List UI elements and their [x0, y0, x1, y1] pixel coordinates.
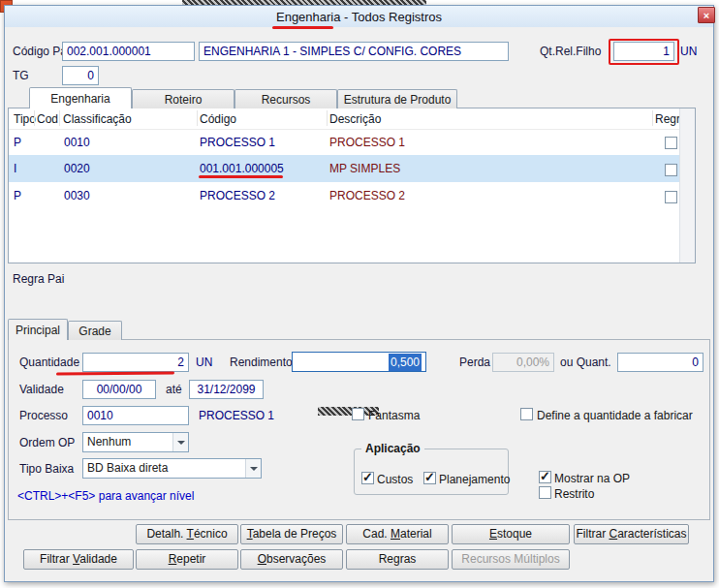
detalh-tecnico-button[interactable]: Detalh. Técnico — [136, 524, 238, 544]
annotation-title-underline — [272, 26, 333, 29]
ou-quant-label: ou Quant. — [560, 356, 611, 369]
custos-checkbox[interactable] — [361, 472, 374, 484]
codigo-pai-label: Código Pai — [13, 45, 70, 58]
tab-recursos[interactable]: Recursos — [234, 89, 337, 108]
grid-header-separator — [59, 110, 60, 126]
grid-header-descricao[interactable]: Descrição — [329, 112, 381, 126]
button-text: Filtrar — [40, 552, 73, 566]
tab-principal[interactable]: Principal — [8, 319, 68, 340]
regra-pai-label: Regra Pai — [13, 272, 64, 286]
processo-field[interactable]: 0010 — [82, 406, 189, 425]
fantasma-label: Fantasma — [368, 409, 420, 422]
grid-row3-classificacao[interactable]: 0030 — [64, 189, 90, 202]
quantidade-label: Quantidade — [19, 356, 79, 369]
grid-row2-classificacao[interactable]: 0020 — [64, 162, 90, 175]
grid-header-separator — [197, 110, 198, 126]
regras-button[interactable]: Regras — [346, 549, 449, 570]
ate-field[interactable]: 31/12/2099 — [189, 380, 264, 399]
grid-header-codigo[interactable]: Código — [200, 112, 236, 126]
button-mnemonic: C — [609, 527, 617, 541]
button-text: Re — [379, 552, 393, 566]
tipo-baixa-select[interactable]: BD Baixa direta — [82, 458, 262, 479]
ou-quant-field[interactable]: 0 — [617, 353, 703, 372]
grid-row3-codigo[interactable]: PROCESSO 2 — [200, 189, 275, 202]
grid-row1-classificacao[interactable]: 0010 — [64, 136, 90, 149]
tab-estrutura-de-produto[interactable]: Estrutura de Produto — [337, 89, 457, 108]
grid-header-separator — [327, 110, 328, 126]
tab-engenharia[interactable]: Engenharia — [29, 87, 132, 108]
button-text: écnico — [194, 527, 228, 541]
mostrar-na-op-label: Mostrar na OP — [554, 472, 630, 485]
annotation-codigo-underline — [199, 175, 283, 178]
processo-desc-label: PROCESSO 1 — [199, 409, 274, 422]
mostrar-na-op-checkbox[interactable] — [539, 471, 551, 483]
planejamento-checkbox[interactable] — [423, 472, 436, 484]
button-text: Cad. — [362, 527, 391, 541]
quantidade-unit-label: UN — [196, 356, 212, 369]
perda-field: 0,00% — [492, 353, 554, 372]
perda-label: Perda — [459, 356, 490, 369]
grid-header-separator — [652, 110, 653, 126]
button-text: ras — [400, 552, 417, 566]
button-text: aracterísticas — [617, 527, 686, 541]
grid-row2-regra-checkbox[interactable] — [665, 164, 677, 176]
codigo-pai-desc-field[interactable]: ENGENHARIA 1 - SIMPLES C/ CONFIG. CORES — [199, 42, 509, 61]
tab-roteiro[interactable]: Roteiro — [132, 89, 234, 108]
button-mnemonic: R — [169, 552, 177, 566]
cad-material-button[interactable]: Cad. Material — [346, 524, 449, 544]
button-mnemonic: T — [187, 527, 194, 541]
grid-header-tipo[interactable]: Tipo — [14, 112, 36, 126]
observacoes-button[interactable]: Observações — [240, 549, 343, 570]
restrito-checkbox[interactable] — [539, 486, 551, 499]
tab-grade[interactable]: Grade — [68, 321, 122, 340]
grid-row2-codigo[interactable]: 001.001.000005 — [200, 162, 284, 175]
validade-label: Validade — [19, 383, 64, 396]
ordem-op-value: Nenhum — [83, 433, 172, 451]
grid-row1-descricao[interactable]: PROCESSO 1 — [329, 136, 405, 149]
define-quantidade-checkbox[interactable] — [520, 408, 533, 420]
tg-label: TG — [13, 69, 29, 82]
grid-row3-descricao[interactable]: PROCESSO 2 — [329, 189, 405, 202]
filtrar-caracteristicas-button[interactable]: Filtrar Características — [574, 524, 689, 544]
grid-row2-descricao[interactable]: MP SIMPLES — [329, 162, 400, 175]
grid-row1-tipo[interactable]: P — [14, 136, 21, 149]
codigo-pai-field[interactable]: 002.001.000001 — [62, 42, 195, 61]
chevron-down-icon[interactable] — [245, 459, 261, 478]
button-mnemonic: g — [393, 552, 400, 566]
validade-field[interactable]: 00/00/00 — [82, 380, 156, 399]
avancar-nivel-hint[interactable]: <CTRL>+<F5> para avançar nível — [17, 489, 194, 503]
grid-header-separator — [34, 110, 35, 126]
tipo-baixa-label: Tipo Baixa — [19, 462, 74, 476]
rendimento-field[interactable]: 0,500 — [292, 352, 426, 372]
grid-row3-tipo[interactable]: P — [14, 189, 21, 202]
estoque-button[interactable]: Estoque — [452, 524, 570, 544]
button-text: Detalh. — [146, 527, 186, 541]
grid-header-cod[interactable]: Cod — [37, 112, 58, 126]
button-text: abela de Preços — [253, 527, 337, 541]
grid-vertical-scrollbar[interactable] — [679, 108, 695, 263]
close-button[interactable]: × — [698, 7, 715, 23]
qt-rel-filho-unit-label: UN — [680, 45, 697, 58]
ate-label: até — [166, 383, 182, 396]
tg-field[interactable]: 0 — [62, 66, 99, 85]
quantidade-field[interactable]: 2 — [82, 353, 189, 372]
grid-row1-regra-checkbox[interactable] — [665, 137, 677, 149]
tabela-de-precos-button[interactable]: Tabela de Preços — [240, 524, 343, 544]
grid-row3-regra-checkbox[interactable] — [665, 191, 677, 203]
filtrar-validade-button[interactable]: Filtrar Validade — [23, 549, 134, 570]
define-quantidade-label: Define a quantidade a fabricar — [537, 409, 693, 422]
button-mnemonic: E — [489, 527, 497, 541]
rendimento-value: 0,500 — [389, 354, 422, 371]
repetir-button[interactable]: Repetir — [136, 549, 238, 570]
grid-row1-codigo[interactable]: PROCESSO 1 — [200, 136, 275, 149]
titlebar[interactable]: Engenharia - Todos Registros — [5, 6, 713, 27]
window-title: Engenharia - Todos Registros — [276, 10, 442, 24]
rendimento-label: Rendimento — [230, 356, 293, 369]
chevron-down-icon[interactable] — [172, 433, 188, 451]
qt-rel-filho-label: Qt.Rel.Filho — [540, 45, 601, 58]
grid-header-classificacao[interactable]: Classificação — [63, 112, 132, 126]
button-text: Recursos Múltiplos — [461, 552, 559, 566]
fantasma-checkbox[interactable] — [352, 408, 364, 420]
ordem-op-select[interactable]: Nenhum — [82, 432, 189, 452]
grid-row2-tipo[interactable]: I — [14, 162, 16, 175]
